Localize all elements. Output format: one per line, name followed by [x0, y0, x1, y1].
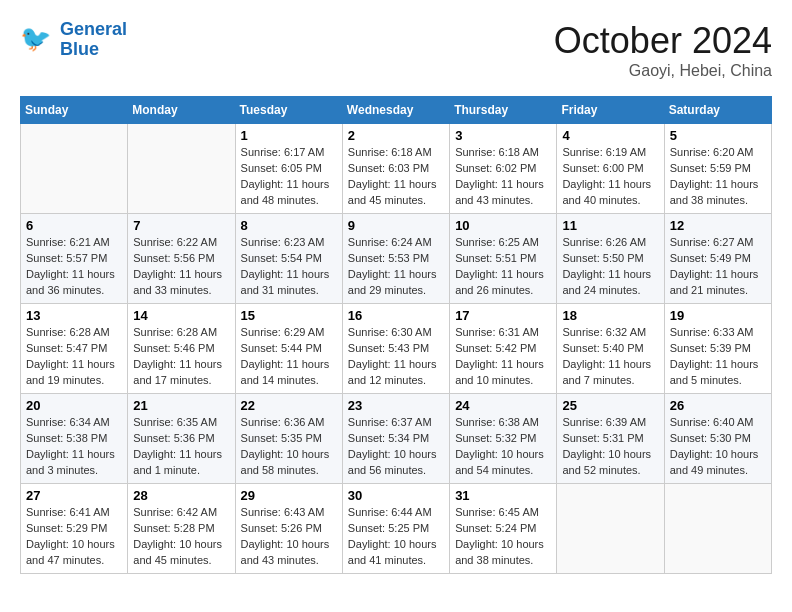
weekday-header-thursday: Thursday [450, 97, 557, 124]
calendar-cell: 3Sunrise: 6:18 AMSunset: 6:02 PMDaylight… [450, 124, 557, 214]
logo: 🐦 General Blue [20, 20, 127, 60]
day-info: Sunrise: 6:28 AMSunset: 5:47 PMDaylight:… [26, 325, 122, 389]
day-number: 17 [455, 308, 551, 323]
calendar-cell: 31Sunrise: 6:45 AMSunset: 5:24 PMDayligh… [450, 484, 557, 574]
day-number: 23 [348, 398, 444, 413]
day-number: 5 [670, 128, 766, 143]
day-number: 12 [670, 218, 766, 233]
day-info: Sunrise: 6:43 AMSunset: 5:26 PMDaylight:… [241, 505, 337, 569]
calendar-cell: 30Sunrise: 6:44 AMSunset: 5:25 PMDayligh… [342, 484, 449, 574]
calendar-cell: 28Sunrise: 6:42 AMSunset: 5:28 PMDayligh… [128, 484, 235, 574]
day-number: 9 [348, 218, 444, 233]
day-number: 16 [348, 308, 444, 323]
day-number: 24 [455, 398, 551, 413]
day-info: Sunrise: 6:40 AMSunset: 5:30 PMDaylight:… [670, 415, 766, 479]
day-number: 10 [455, 218, 551, 233]
calendar-cell: 21Sunrise: 6:35 AMSunset: 5:36 PMDayligh… [128, 394, 235, 484]
day-info: Sunrise: 6:32 AMSunset: 5:40 PMDaylight:… [562, 325, 658, 389]
day-number: 21 [133, 398, 229, 413]
calendar-cell: 11Sunrise: 6:26 AMSunset: 5:50 PMDayligh… [557, 214, 664, 304]
calendar-cell: 20Sunrise: 6:34 AMSunset: 5:38 PMDayligh… [21, 394, 128, 484]
logo-blue: Blue [60, 39, 99, 59]
day-info: Sunrise: 6:37 AMSunset: 5:34 PMDaylight:… [348, 415, 444, 479]
day-info: Sunrise: 6:19 AMSunset: 6:00 PMDaylight:… [562, 145, 658, 209]
calendar-week-row: 1Sunrise: 6:17 AMSunset: 6:05 PMDaylight… [21, 124, 772, 214]
calendar-cell: 7Sunrise: 6:22 AMSunset: 5:56 PMDaylight… [128, 214, 235, 304]
day-number: 13 [26, 308, 122, 323]
day-info: Sunrise: 6:18 AMSunset: 6:03 PMDaylight:… [348, 145, 444, 209]
calendar-cell: 10Sunrise: 6:25 AMSunset: 5:51 PMDayligh… [450, 214, 557, 304]
calendar-cell: 13Sunrise: 6:28 AMSunset: 5:47 PMDayligh… [21, 304, 128, 394]
calendar-cell: 16Sunrise: 6:30 AMSunset: 5:43 PMDayligh… [342, 304, 449, 394]
day-number: 1 [241, 128, 337, 143]
day-info: Sunrise: 6:34 AMSunset: 5:38 PMDaylight:… [26, 415, 122, 479]
calendar-cell: 5Sunrise: 6:20 AMSunset: 5:59 PMDaylight… [664, 124, 771, 214]
calendar-cell: 27Sunrise: 6:41 AMSunset: 5:29 PMDayligh… [21, 484, 128, 574]
day-info: Sunrise: 6:41 AMSunset: 5:29 PMDaylight:… [26, 505, 122, 569]
calendar-cell: 23Sunrise: 6:37 AMSunset: 5:34 PMDayligh… [342, 394, 449, 484]
day-info: Sunrise: 6:23 AMSunset: 5:54 PMDaylight:… [241, 235, 337, 299]
calendar-cell [664, 484, 771, 574]
calendar-cell [21, 124, 128, 214]
calendar-week-row: 6Sunrise: 6:21 AMSunset: 5:57 PMDaylight… [21, 214, 772, 304]
calendar-cell: 24Sunrise: 6:38 AMSunset: 5:32 PMDayligh… [450, 394, 557, 484]
calendar-cell [557, 484, 664, 574]
calendar-cell: 4Sunrise: 6:19 AMSunset: 6:00 PMDaylight… [557, 124, 664, 214]
calendar-cell: 29Sunrise: 6:43 AMSunset: 5:26 PMDayligh… [235, 484, 342, 574]
day-info: Sunrise: 6:36 AMSunset: 5:35 PMDaylight:… [241, 415, 337, 479]
weekday-header-monday: Monday [128, 97, 235, 124]
calendar-cell [128, 124, 235, 214]
day-info: Sunrise: 6:25 AMSunset: 5:51 PMDaylight:… [455, 235, 551, 299]
day-number: 27 [26, 488, 122, 503]
day-info: Sunrise: 6:39 AMSunset: 5:31 PMDaylight:… [562, 415, 658, 479]
day-info: Sunrise: 6:18 AMSunset: 6:02 PMDaylight:… [455, 145, 551, 209]
day-info: Sunrise: 6:33 AMSunset: 5:39 PMDaylight:… [670, 325, 766, 389]
day-number: 6 [26, 218, 122, 233]
day-info: Sunrise: 6:38 AMSunset: 5:32 PMDaylight:… [455, 415, 551, 479]
calendar-cell: 9Sunrise: 6:24 AMSunset: 5:53 PMDaylight… [342, 214, 449, 304]
calendar-cell: 19Sunrise: 6:33 AMSunset: 5:39 PMDayligh… [664, 304, 771, 394]
day-number: 15 [241, 308, 337, 323]
weekday-header-row: SundayMondayTuesdayWednesdayThursdayFrid… [21, 97, 772, 124]
day-number: 3 [455, 128, 551, 143]
day-number: 14 [133, 308, 229, 323]
calendar-cell: 2Sunrise: 6:18 AMSunset: 6:03 PMDaylight… [342, 124, 449, 214]
calendar-cell: 14Sunrise: 6:28 AMSunset: 5:46 PMDayligh… [128, 304, 235, 394]
day-info: Sunrise: 6:29 AMSunset: 5:44 PMDaylight:… [241, 325, 337, 389]
day-info: Sunrise: 6:17 AMSunset: 6:05 PMDaylight:… [241, 145, 337, 209]
day-number: 11 [562, 218, 658, 233]
page-header: 🐦 General Blue October 2024 Gaoyi, Hebei… [20, 20, 772, 80]
month-title: October 2024 [554, 20, 772, 62]
day-info: Sunrise: 6:31 AMSunset: 5:42 PMDaylight:… [455, 325, 551, 389]
day-number: 8 [241, 218, 337, 233]
svg-text:🐦: 🐦 [20, 23, 52, 54]
calendar-cell: 25Sunrise: 6:39 AMSunset: 5:31 PMDayligh… [557, 394, 664, 484]
weekday-header-wednesday: Wednesday [342, 97, 449, 124]
weekday-header-sunday: Sunday [21, 97, 128, 124]
calendar-cell: 26Sunrise: 6:40 AMSunset: 5:30 PMDayligh… [664, 394, 771, 484]
day-number: 4 [562, 128, 658, 143]
day-info: Sunrise: 6:45 AMSunset: 5:24 PMDaylight:… [455, 505, 551, 569]
title-block: October 2024 Gaoyi, Hebei, China [554, 20, 772, 80]
calendar-cell: 15Sunrise: 6:29 AMSunset: 5:44 PMDayligh… [235, 304, 342, 394]
day-info: Sunrise: 6:42 AMSunset: 5:28 PMDaylight:… [133, 505, 229, 569]
calendar-week-row: 27Sunrise: 6:41 AMSunset: 5:29 PMDayligh… [21, 484, 772, 574]
day-number: 20 [26, 398, 122, 413]
day-info: Sunrise: 6:22 AMSunset: 5:56 PMDaylight:… [133, 235, 229, 299]
day-info: Sunrise: 6:35 AMSunset: 5:36 PMDaylight:… [133, 415, 229, 479]
day-number: 19 [670, 308, 766, 323]
weekday-header-friday: Friday [557, 97, 664, 124]
location: Gaoyi, Hebei, China [554, 62, 772, 80]
calendar-cell: 1Sunrise: 6:17 AMSunset: 6:05 PMDaylight… [235, 124, 342, 214]
day-number: 30 [348, 488, 444, 503]
day-number: 25 [562, 398, 658, 413]
calendar-week-row: 20Sunrise: 6:34 AMSunset: 5:38 PMDayligh… [21, 394, 772, 484]
calendar-week-row: 13Sunrise: 6:28 AMSunset: 5:47 PMDayligh… [21, 304, 772, 394]
calendar-cell: 17Sunrise: 6:31 AMSunset: 5:42 PMDayligh… [450, 304, 557, 394]
calendar-table: SundayMondayTuesdayWednesdayThursdayFrid… [20, 96, 772, 574]
day-info: Sunrise: 6:20 AMSunset: 5:59 PMDaylight:… [670, 145, 766, 209]
day-info: Sunrise: 6:24 AMSunset: 5:53 PMDaylight:… [348, 235, 444, 299]
day-info: Sunrise: 6:44 AMSunset: 5:25 PMDaylight:… [348, 505, 444, 569]
day-number: 28 [133, 488, 229, 503]
day-number: 2 [348, 128, 444, 143]
